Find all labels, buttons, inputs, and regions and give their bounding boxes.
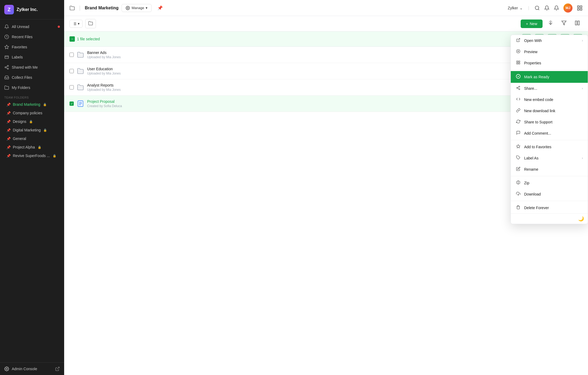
- table-row[interactable]: Analyst Reports Uploaded by Mia Jones Ja…: [64, 79, 588, 96]
- sidebar-item-company-policies[interactable]: 📌 Company policies: [0, 109, 64, 117]
- svg-line-34: [518, 38, 520, 40]
- breadcrumb-folder-icon: [69, 5, 75, 11]
- sidebar-item-my-folders[interactable]: My Folders: [0, 83, 64, 93]
- svg-line-13: [538, 9, 539, 10]
- team-folder-label: General: [13, 136, 26, 141]
- new-plus-icon: +: [526, 22, 528, 26]
- sidebar-item-recent-files[interactable]: Recent Files: [0, 32, 64, 42]
- menu-item-share[interactable]: Share... ›: [511, 83, 588, 94]
- selection-count: − 1 file selected: [69, 36, 100, 42]
- menu-item-new-download-link[interactable]: New download link: [511, 105, 588, 116]
- menu-item-delete-forever[interactable]: Delete Forever: [511, 202, 588, 213]
- pin-icon: 📌: [6, 111, 11, 115]
- app-logo-icon: Z: [4, 5, 14, 14]
- deselect-icon[interactable]: −: [69, 36, 75, 42]
- menu-item-preview[interactable]: Preview: [511, 46, 588, 57]
- menu-item-open-with[interactable]: Open With ›: [511, 35, 588, 46]
- dark-mode-icon[interactable]: 🌙: [578, 216, 584, 222]
- admin-console-link[interactable]: Admin Console: [4, 366, 37, 371]
- star-icon: [4, 45, 9, 49]
- menu-item-share-to-support[interactable]: Share to Support: [511, 116, 588, 128]
- manage-button[interactable]: Manage ▾: [122, 4, 152, 12]
- main-content: | Brand Marketing Manage ▾ 📌 Zylker ⌄ | …: [64, 0, 588, 375]
- folder-icon: [4, 85, 9, 90]
- sidebar-item-designs[interactable]: 📌 Designs 🔒: [0, 117, 64, 126]
- menu-item-add-comment[interactable]: Add Comment...: [511, 128, 588, 139]
- menu-divider: [511, 140, 588, 140]
- team-folder-label: Company policies: [13, 111, 42, 115]
- topbar-actions: MJ: [535, 3, 583, 13]
- sidebar-logo: Z Zylker Inc.: [0, 0, 64, 19]
- svg-point-4: [7, 65, 9, 67]
- file-checkbox[interactable]: [69, 69, 74, 73]
- external-link-icon[interactable]: [55, 366, 60, 371]
- menu-item-rename[interactable]: Rename: [511, 164, 588, 175]
- search-icon[interactable]: [535, 5, 540, 11]
- menu-item-new-embed-code[interactable]: New embed code: [511, 94, 588, 105]
- team-folder-label: Revive SuperFoods ...: [13, 154, 50, 158]
- file-info: User Education Uploaded by Mia Jones: [87, 67, 553, 75]
- menu-item-properties[interactable]: Properties: [511, 57, 588, 69]
- dark-mode-row: 🌙: [511, 213, 588, 224]
- svg-rect-16: [580, 8, 582, 10]
- menu-item-zip[interactable]: Zip: [511, 177, 588, 189]
- lock-icon: 🔒: [38, 146, 41, 149]
- apps-grid-icon[interactable]: [577, 5, 583, 11]
- menu-item-label-as[interactable]: Label As ›: [511, 153, 588, 164]
- notifications-icon[interactable]: [544, 5, 550, 11]
- svg-rect-14: [578, 6, 579, 7]
- table-row[interactable]: Banner Ads Uploaded by Mia Jones Jan 28,…: [64, 47, 588, 63]
- menu-item-label: Open With: [524, 38, 579, 43]
- svg-point-35: [516, 49, 520, 53]
- file-list: Banner Ads Uploaded by Mia Jones Jan 28,…: [64, 47, 588, 375]
- menu-divider: [511, 176, 588, 176]
- pin-icon: 📌: [6, 120, 11, 124]
- sidebar: Z Zylker Inc. All Unread Recent Files Fa…: [0, 0, 64, 375]
- file-checkbox-checked[interactable]: ✓: [69, 101, 74, 106]
- sidebar-item-project-alpha[interactable]: 📌 Project Alpha 🔒: [0, 143, 64, 151]
- menu-item-download[interactable]: Download: [511, 189, 588, 200]
- sidebar-item-revive-superfoods[interactable]: 📌 Revive SuperFoods ... 🔒: [0, 151, 64, 160]
- svg-rect-26: [575, 21, 577, 25]
- sidebar-item-brand-marketing[interactable]: 📌 Brand Marketing 🔒: [0, 100, 64, 109]
- svg-point-5: [5, 67, 6, 68]
- context-menu: Open With › Preview Properties Mark as R…: [510, 35, 588, 224]
- download-link-icon: [516, 108, 521, 114]
- sort-button[interactable]: [545, 19, 556, 29]
- file-name: User Education: [87, 67, 553, 71]
- menu-item-add-to-favorites[interactable]: Add to Favorites: [511, 141, 588, 153]
- pin-icon: 📌: [6, 128, 11, 132]
- menu-item-label: New download link: [524, 109, 583, 113]
- svg-rect-37: [517, 61, 518, 62]
- menu-item-mark-as-ready[interactable]: Mark as Ready: [511, 71, 588, 83]
- menu-item-label: Rename: [524, 167, 583, 171]
- folder-file-icon: [77, 68, 84, 75]
- sidebar-item-digital-marketing[interactable]: 📌 Digital Marketing 🔒: [0, 126, 64, 134]
- svg-point-9: [6, 368, 7, 370]
- sidebar-item-collect-files[interactable]: Collect Files: [0, 72, 64, 83]
- view-toggle-button[interactable]: ▾: [69, 20, 83, 28]
- unread-dot: [58, 26, 60, 28]
- file-checkbox[interactable]: [69, 85, 74, 89]
- breadcrumb-separator: |: [79, 5, 80, 11]
- sidebar-item-general[interactable]: 📌 General: [0, 134, 64, 143]
- svg-point-42: [519, 86, 520, 87]
- new-folder-button[interactable]: [85, 19, 96, 28]
- columns-button[interactable]: [572, 19, 583, 29]
- pin-button[interactable]: 📌: [155, 4, 165, 12]
- new-button[interactable]: + New: [521, 19, 543, 28]
- file-checkbox[interactable]: [69, 53, 74, 57]
- sidebar-item-labels[interactable]: Labels: [0, 52, 64, 62]
- sidebar-item-shared-with-me[interactable]: Shared with Me: [0, 62, 64, 72]
- avatar[interactable]: MJ: [563, 3, 572, 13]
- sidebar-item-all-unread[interactable]: All Unread: [0, 22, 64, 32]
- open-with-icon: [516, 38, 521, 43]
- table-row[interactable]: ✓ Project Proposal Created by Sofia Delu…: [64, 96, 588, 112]
- bell-icon[interactable]: [554, 5, 559, 11]
- sidebar-item-favorites[interactable]: Favorites: [0, 42, 64, 52]
- folder-file-icon: [77, 51, 84, 58]
- file-name: Banner Ads: [87, 50, 553, 55]
- table-row[interactable]: User Education Uploaded by Mia Jones Jan…: [64, 63, 588, 79]
- workspace-selector[interactable]: Zylker ⌄: [508, 6, 523, 10]
- filter-button[interactable]: [559, 19, 569, 29]
